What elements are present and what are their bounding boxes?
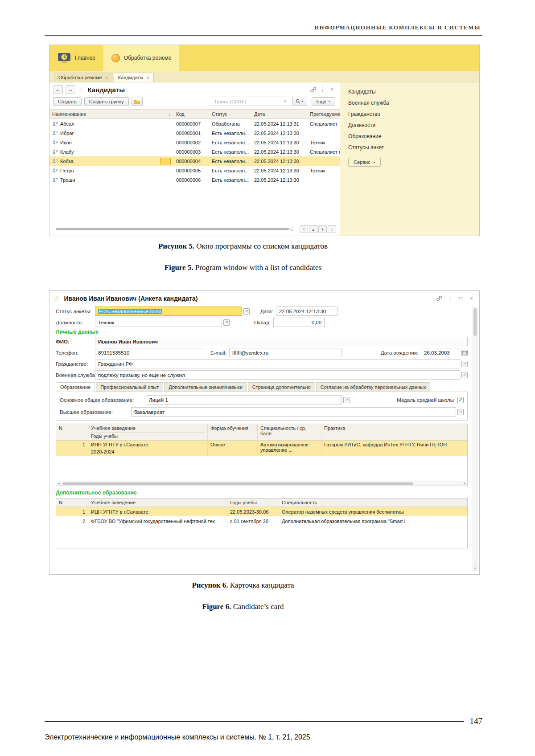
higher-education-input[interactable]: бакалавриат [131,407,456,417]
menu-dots-icon[interactable]: ⋮ [319,86,326,93]
close-icon[interactable]: × [105,75,107,80]
open-icon[interactable]: ↗ [243,308,250,315]
clear-search-icon[interactable]: × [284,99,287,104]
vertical-scrollbar[interactable]: ▾ [473,307,477,571]
school-medal-checkbox[interactable]: ✓ [457,397,464,403]
cell-code: 000000006 [173,177,209,183]
additional-education-row[interactable]: 2 ФГБОУ ВО "Уфимский государственный неф… [56,516,467,526]
open-icon[interactable]: ↗ [461,361,468,367]
military-service-input[interactable]: подлежу призыву, но еще не служил [95,370,460,380]
header-code[interactable]: Код [173,111,209,117]
status-label: Статус анкеты: [56,309,95,314]
email-input[interactable]: IIIIII@yandex.ru [229,348,342,357]
figure5-caption-en: Figure 5. Program window with a list of … [0,263,486,272]
position-input[interactable]: Техник [95,318,222,327]
sidebar-item-form-statuses[interactable]: Статусы анкет [348,144,479,151]
journal-footer: Электротехнические и информационные комп… [45,733,310,741]
maximize-icon[interactable]: □ [457,295,464,302]
more-button[interactable]: Еще ▾ [312,97,335,106]
favorite-star-icon[interactable]: ☆ [54,294,60,302]
status-input[interactable]: Есть незаполненные поля [95,306,242,316]
open-icon[interactable]: ↗ [223,319,230,326]
service-button[interactable]: Сервис ▾ [348,158,381,167]
date-input[interactable]: 22.05.2024 12:13:30 [276,306,337,316]
window-tab-bar: Обработка резюме × Кандидаты × [49,71,479,82]
horizontal-scrollbar[interactable]: ◂ ▸ [56,481,467,486]
scroll-right-icon[interactable]: ▸ [462,482,467,485]
calendar-icon[interactable] [461,350,468,356]
open-icon[interactable]: ↗ [457,409,464,415]
open-icon[interactable]: ↗ [343,397,350,403]
section-resume-button[interactable]: Обработка резюме [103,45,179,71]
link-icon[interactable] [436,295,443,301]
close-icon[interactable]: × [468,295,475,302]
salary-input[interactable]: 0,00 [273,318,325,327]
table-row[interactable]: Троши 000000006 Есть незаполн... 22.05.2… [49,175,340,184]
search-input[interactable] [212,97,290,106]
sidebar-item-military-service[interactable]: Военная служба [348,100,479,106]
list-menu-button[interactable]: ≡ [300,225,308,233]
search-options-button[interactable]: ▾ [292,97,307,106]
favorite-star-icon[interactable]: ☆ [78,86,84,94]
scroll-down-icon[interactable]: ▾ [473,567,477,570]
header-status[interactable]: Статус [209,111,251,117]
table-row-selected[interactable]: Кобза 000000004 Есть незаполн... 22.05.2… [49,156,340,166]
general-education-input[interactable]: Лицей 1 [146,395,342,405]
birthdate-label: Дата рождения: [381,350,418,356]
sort-desc-icon[interactable]: ↓ [169,112,171,117]
tab-professional-experience[interactable]: Профессиональный опыт [96,382,163,392]
candidates-list-panel: ← → ☆ Кандидаты ⋮ × Создать Создать груп… [49,82,340,236]
sidebar-item-citizenship[interactable]: Гражданство [348,111,479,117]
table-row[interactable]: Абсал 000000007 Обработана 22.05.2024 12… [49,119,340,128]
link-icon[interactable] [310,87,317,93]
scroll-left-icon[interactable]: ◂ [56,482,62,485]
forward-button[interactable]: → [66,85,75,94]
table-row[interactable]: Петро 000000005 Есть незаполн... 22.05.2… [49,166,340,175]
sidebar-item-candidates[interactable]: Кандидаты [348,89,479,95]
tab-education[interactable]: Образование [56,382,95,392]
phone-label: Телефон: [56,350,95,356]
header-n: N [56,424,88,440]
header-position[interactable]: Претендуема [307,111,340,117]
close-icon[interactable]: × [329,86,335,93]
horizontal-scrollbar[interactable] [56,228,296,231]
sidebar-item-positions[interactable]: Должности [348,122,479,128]
header-practice: Практика [321,424,467,440]
phone-input[interactable]: 89191535510 [95,348,204,357]
birthdate-input[interactable]: 26.03.2003 [421,348,460,357]
cell-status: Есть незаполн... [209,140,251,145]
cell-code: 000000007 [173,121,209,127]
table-row[interactable]: Иван 000000002 Есть незаполн... 22.05.20… [49,138,340,147]
open-icon[interactable]: ↗ [461,372,468,378]
folder-button[interactable] [132,97,143,106]
cell-name: Абсал [49,121,173,127]
table-row[interactable]: Клабу 000000003 Есть незаполн... 22.05.2… [49,147,340,156]
tab-personal-data-consent[interactable]: Согласие на обработку персональных данны… [316,382,431,392]
close-icon[interactable]: × [146,75,149,80]
tab-additional-page[interactable]: Страница дополнительно [248,382,315,392]
header-name[interactable]: Наименование [52,111,86,117]
header-date[interactable]: Дата [251,111,307,117]
scrollbar-thumb[interactable] [473,308,477,336]
table-row[interactable]: Ибраг 000000001 Есть незаполн... 22.05.2… [49,128,340,138]
folder-icon [134,99,140,104]
fio-input[interactable]: Иванов Иван Иванович [95,337,468,346]
menu-dots-icon[interactable]: ⋮ [447,295,453,302]
tab-resume-processing[interactable]: Обработка резюме × [54,73,112,82]
additional-education-row-selected[interactable]: 1 ИЦН УГНТУ в г.Салавате 22.05.2023-30.0… [56,507,467,516]
tab-additional-skills[interactable]: Дополнительные знания/навыки [164,382,247,392]
tab-candidates[interactable]: Кандидаты × [114,73,154,82]
scroll-updown-button[interactable]: ↕ [328,225,336,233]
scrollbar-thumb[interactable] [62,482,413,485]
back-button[interactable]: ← [53,85,63,94]
sidebar-item-education[interactable]: Образование [348,133,479,139]
scroll-up-button[interactable]: ▴ [309,225,317,233]
scrollbar-thumb[interactable] [56,228,289,230]
citizenship-label: Гражданство: [56,361,95,367]
scroll-down-button[interactable]: ▾ [318,225,327,233]
education-row-selected[interactable]: 1 ИНН УГНТУ в г.Салавате 2020-2024 Очное… [56,441,467,456]
create-button[interactable]: Создать [53,97,82,106]
section-main-button[interactable]: Главное [49,45,103,71]
create-group-button[interactable]: Создать группу [84,97,129,106]
citizenship-input[interactable]: Гражданин РФ [95,359,460,368]
